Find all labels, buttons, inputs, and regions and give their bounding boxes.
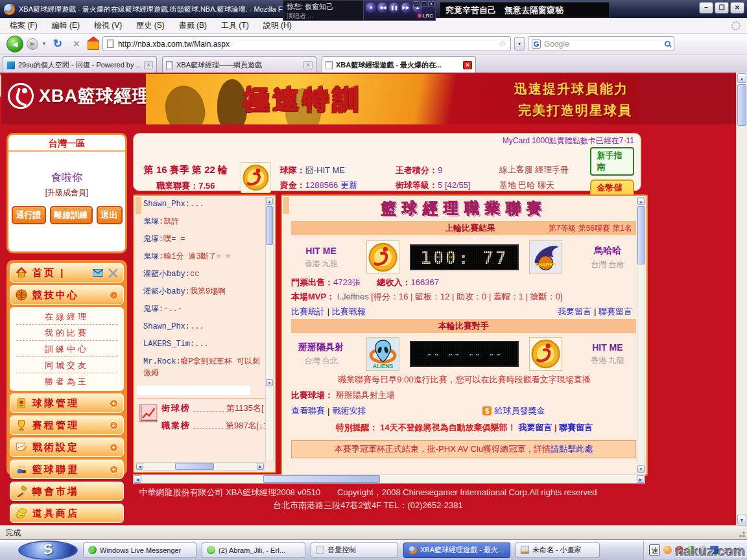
ime-indicator[interactable]: 速 (649, 544, 660, 555)
sidebar-item-online-manager[interactable]: 在線經理 (16, 309, 117, 325)
scroll-left-icon[interactable]: ◀ (134, 475, 141, 483)
close-button[interactable]: ✕ (730, 2, 744, 14)
history-dropdown-icon[interactable]: ▼ (42, 41, 47, 47)
tab-xba-game-active[interactable]: XBA籃球經理遊戲 - 最火爆的在... ✕ (322, 56, 476, 73)
tray-app-icon[interactable] (663, 546, 672, 554)
url-bar[interactable]: http://nba.xba.com.tw/Main.aspx ☆ (102, 36, 511, 51)
menu-bookmarks[interactable]: 書籤 (B) (172, 18, 214, 34)
match-stats-link[interactable]: 比賽統計 (291, 307, 325, 316)
league-message-link[interactable]: 聯賽留言 (599, 307, 632, 316)
sidebar-item-basketball-league[interactable]: 籃球聯盟 + (10, 460, 124, 479)
sidebar-item-schedule-management[interactable]: 賽程管理 + (10, 415, 124, 435)
sidebar-item-my-matches[interactable]: 我的比賽 (16, 325, 117, 341)
pro-rank-label[interactable]: 職業榜 (161, 420, 191, 432)
bookmark-star-icon[interactable]: ☆ (499, 39, 506, 49)
offline-training-button[interactable]: 離線訓練 (50, 206, 93, 224)
forward-button[interactable]: ▶ (27, 38, 38, 50)
match-report-link[interactable]: 比賽戰報 (332, 307, 366, 316)
street-rank-label[interactable]: 街球榜 (161, 402, 191, 414)
scroll-up-icon[interactable]: ▲ (737, 73, 746, 83)
player-maximize-icon[interactable]: □ (414, 1, 420, 7)
next-button[interactable]: ▶▶ (401, 3, 411, 13)
stop-button[interactable]: ■ (366, 3, 376, 13)
previous-button[interactable]: ◀◀ (377, 3, 388, 13)
search-input[interactable]: Google (544, 40, 661, 49)
scroll-right-icon[interactable]: ▶ (637, 475, 645, 483)
newbie-guide-button[interactable]: 新手指南 (590, 147, 634, 176)
tab-close-icon[interactable]: ✕ (144, 61, 153, 69)
taskbar-item-paint[interactable]: 未命名 - 小畫家 (516, 542, 600, 558)
expand-icon[interactable]: + (110, 465, 118, 474)
expand-icon[interactable]: + (110, 421, 118, 430)
chat-horizontal-scrollbar[interactable]: ◀ ▶ (136, 462, 265, 471)
player-bonus-link[interactable]: 給球員發獎金 (494, 405, 545, 417)
pass-button[interactable]: 通行證 (12, 206, 46, 224)
manager-manual-link[interactable]: 經理手冊 (535, 165, 569, 174)
chat-link[interactable]: 聊天 (538, 180, 554, 190)
marquee-notice[interactable]: MyCard 1000點實體點數卡已經在7-11 (140, 135, 634, 146)
tactics-arrange-link[interactable]: 戰術安排 (332, 405, 366, 417)
promo-banner[interactable]: 極速特訓 迅速提升球員能力 完美打造明星球員 (146, 74, 640, 124)
tab-close-icon[interactable]: ✕ (463, 61, 472, 69)
chat-input-line[interactable] (137, 386, 250, 395)
menu-history[interactable]: 歷史 (S) (129, 18, 171, 34)
tab-close-icon[interactable]: ✕ (303, 61, 313, 69)
start-button[interactable]: S (18, 541, 78, 560)
chat-vertical-scrollbar[interactable]: ▲ ▼ (265, 197, 274, 461)
expand-icon[interactable]: + (110, 443, 118, 452)
taskbar-item-messenger[interactable]: Windows Live Messenger (83, 542, 196, 558)
player-close-icon[interactable]: ✕ (428, 1, 434, 7)
leave-message-link[interactable]: 我要留言 (558, 307, 591, 316)
main-vertical-scrollbar[interactable]: ▲ ▼ (637, 197, 645, 473)
league-message-link[interactable]: 聯賽留言 (559, 423, 593, 432)
scroll-up-icon[interactable]: ▲ (266, 198, 273, 205)
chat-message-list[interactable]: Shawn_Phx:... 鬼塚:凱許 鬼塚:噗= = 鬼塚:輸1分 連3斷了=… (143, 198, 265, 384)
home-button[interactable] (88, 41, 99, 50)
mail-icon[interactable] (93, 269, 103, 277)
baha-link[interactable]: 巴哈 (518, 180, 535, 190)
funds-refresh-link[interactable]: 更新 (340, 180, 357, 190)
player-minimize-icon[interactable]: - (421, 1, 427, 7)
upgrade-member-link[interactable]: [升級成會員] (8, 187, 125, 198)
menu-edit[interactable]: 編輯 (E) (45, 18, 87, 34)
sidebar-item-team-management[interactable]: 球隊管理 + (10, 393, 124, 413)
resize-grip[interactable] (737, 529, 746, 538)
minimize-button[interactable]: – (699, 2, 713, 14)
taskbar-item-firefox[interactable]: XBA籃球經理遊戲 - 最火... (403, 542, 510, 558)
maximize-button[interactable]: ❐ (715, 2, 729, 14)
menu-view[interactable]: 檢視 (V) (87, 18, 129, 34)
tab-xba-webgame[interactable]: XBA籃球經理——網頁遊戲 ✕ (162, 56, 316, 73)
sidebar-item-winner-king[interactable]: 勝者為王 (16, 373, 117, 390)
sidebar-item-home[interactable]: 首页 | (10, 263, 124, 283)
menu-tools[interactable]: 工具 (T) (214, 18, 256, 34)
stop-load-button[interactable]: × (69, 38, 84, 51)
expand-icon[interactable]: + (110, 399, 118, 408)
pause-button[interactable]: ❚❚ (389, 3, 399, 13)
collapse-icon[interactable]: - (110, 291, 118, 299)
mvp-player-name[interactable]: I.Jeffries (337, 292, 369, 301)
search-magnifier-icon[interactable] (665, 41, 670, 47)
url-dropdown-button[interactable]: ▼ (514, 37, 525, 51)
scroll-down-icon[interactable]: ▼ (737, 515, 746, 524)
menu-file[interactable]: 檔案 (F) (3, 18, 45, 34)
tab-29su-space[interactable]: 29su的個人空間 - 回復 - Powered by ... ✕ (3, 56, 157, 73)
lrc-checkbox[interactable] (418, 14, 421, 18)
back-button[interactable]: ◀ (6, 36, 23, 52)
view-league-link[interactable]: 查看聯賽 (291, 405, 325, 417)
scroll-left-icon[interactable]: ◀ (136, 463, 143, 470)
tools-icon[interactable] (108, 268, 118, 278)
browser-vertical-scrollbar[interactable]: ▲ ▼ (736, 73, 747, 525)
scroll-down-icon[interactable]: ▼ (637, 465, 645, 472)
sidebar-item-tactics-settings[interactable]: 戰術設定 + (10, 438, 124, 457)
sidebar-item-training-center[interactable]: 訓練中心 (16, 341, 117, 357)
details-link[interactable]: 請點擊此處 (551, 444, 593, 454)
taskbar-item-volume[interactable]: 音量控制 (311, 542, 398, 558)
content-horizontal-scrollbar[interactable]: ◀ ▶ (133, 474, 645, 484)
logout-button[interactable]: 退出 (97, 206, 123, 224)
base-link[interactable]: 基地 (499, 180, 516, 190)
refresh-button[interactable]: ↻ (50, 37, 65, 51)
scroll-up-icon[interactable]: ▲ (637, 198, 645, 205)
sidebar-item-city-friends[interactable]: 同城交友 (16, 357, 117, 373)
sidebar-item-arena[interactable]: 競技中心 - (10, 285, 124, 305)
scroll-down-icon[interactable]: ▼ (266, 379, 273, 386)
